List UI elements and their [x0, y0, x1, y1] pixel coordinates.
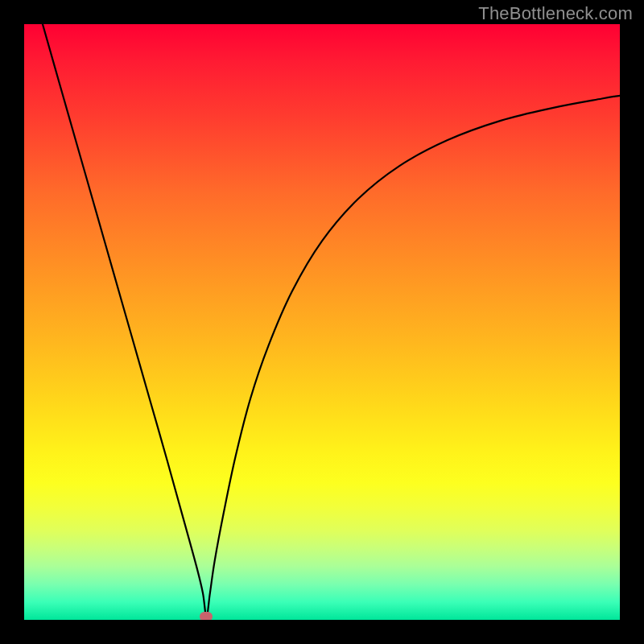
- chart-frame: TheBottleneck.com: [0, 0, 644, 644]
- minimum-marker-icon: [200, 612, 213, 620]
- bottleneck-curve: [24, 24, 620, 620]
- plot-area: [24, 24, 620, 620]
- watermark-label: TheBottleneck.com: [478, 3, 633, 24]
